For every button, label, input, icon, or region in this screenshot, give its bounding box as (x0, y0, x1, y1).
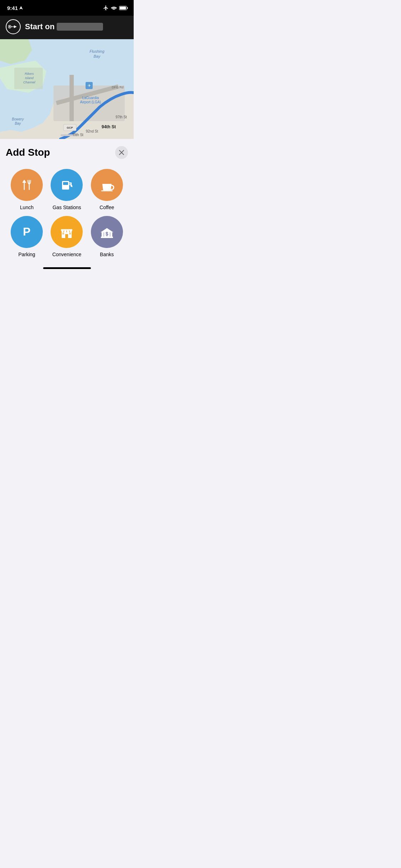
svg-text:LaGuardia: LaGuardia (82, 96, 99, 100)
svg-marker-0 (19, 6, 23, 10)
nav-blurred-destination (57, 23, 103, 31)
status-icons (103, 5, 128, 11)
coffee-icon (98, 176, 116, 194)
drag-handle[interactable] (61, 134, 73, 136)
svg-text:Airport (LGA): Airport (LGA) (80, 100, 101, 104)
coffee-icon-circle (91, 169, 123, 201)
parking-label: Parking (18, 252, 35, 257)
home-bar (43, 267, 91, 269)
svg-text:✈: ✈ (88, 83, 91, 88)
bottom-sheet: Add Stop Lunch (0, 139, 134, 272)
svg-text:GCP: GCP (67, 126, 73, 129)
svg-text:Bowery: Bowery (12, 117, 24, 121)
sheet-title: Add Stop (6, 147, 50, 158)
banks-icon-circle: $ (91, 216, 123, 248)
svg-text:Flushing: Flushing (89, 49, 104, 53)
parking-icon-circle: P (11, 216, 43, 248)
battery-icon (119, 6, 128, 10)
svg-rect-63 (101, 237, 113, 238)
nav-title: Start on (25, 22, 103, 31)
svg-text:Bay: Bay (94, 54, 101, 58)
lunch-label: Lunch (20, 205, 34, 210)
home-indicator (6, 263, 128, 272)
svg-rect-55 (62, 233, 64, 234)
svg-rect-56 (69, 233, 71, 234)
svg-rect-59 (103, 232, 104, 237)
location-arrow-icon (19, 6, 23, 10)
route-start-icon (6, 19, 21, 34)
bank-icon: $ (98, 223, 116, 241)
svg-rect-44 (63, 182, 68, 185)
svg-text:Bay: Bay (15, 122, 21, 125)
category-lunch[interactable]: Lunch (9, 169, 45, 210)
svg-text:DFG Rd: DFG Rd (112, 86, 123, 89)
category-banks[interactable]: $ Banks (89, 216, 125, 257)
gas-stations-icon-circle (51, 169, 83, 201)
svg-text:89th St: 89th St (72, 133, 83, 137)
convenience-label: Convenience (52, 252, 82, 257)
map-area[interactable]: ✈ GCP Flushing Bay Rikers Island Channel… (0, 39, 134, 139)
category-coffee[interactable]: Coffee (89, 169, 125, 210)
gas-pump-icon (58, 176, 76, 194)
map-svg: ✈ GCP Flushing Bay Rikers Island Channel… (0, 39, 134, 139)
banks-label: Banks (100, 252, 114, 257)
svg-text:P: P (23, 225, 30, 238)
svg-point-5 (9, 26, 10, 27)
svg-text:97th St: 97th St (115, 115, 127, 119)
svg-text:94th St: 94th St (102, 124, 116, 129)
lunch-icon-circle (11, 169, 43, 201)
status-time: 9:41 (7, 5, 23, 11)
category-grid: Lunch Gas Stations (6, 169, 128, 257)
svg-rect-48 (101, 190, 113, 191)
category-parking[interactable]: P Parking (9, 216, 45, 257)
svg-text:92nd St: 92nd St (86, 129, 98, 133)
coffee-label: Coffee (99, 205, 114, 210)
svg-rect-2 (120, 6, 126, 9)
svg-text:Rikers: Rikers (25, 72, 34, 76)
svg-rect-57 (61, 229, 72, 231)
svg-text:Channel: Channel (23, 81, 36, 84)
sheet-header: Add Stop (6, 146, 128, 159)
svg-text:Island: Island (25, 76, 34, 80)
utensils-icon (19, 177, 35, 193)
svg-rect-61 (109, 232, 111, 237)
svg-marker-7 (14, 25, 17, 28)
nav-header: Start on (0, 16, 134, 39)
airplane-icon (103, 5, 109, 11)
parking-icon: P (18, 223, 36, 241)
convenience-icon-circle (51, 216, 83, 248)
category-convenience[interactable]: Convenience (48, 216, 85, 257)
svg-rect-54 (65, 234, 68, 238)
store-icon (58, 223, 76, 241)
gas-stations-label: Gas Stations (52, 205, 81, 210)
svg-rect-3 (127, 7, 128, 9)
close-icon (119, 150, 124, 155)
close-button[interactable] (115, 146, 128, 159)
wifi-icon (111, 6, 117, 10)
category-gas-stations[interactable]: Gas Stations (48, 169, 85, 210)
svg-text:$: $ (106, 231, 108, 237)
status-bar: 9:41 (0, 0, 134, 16)
